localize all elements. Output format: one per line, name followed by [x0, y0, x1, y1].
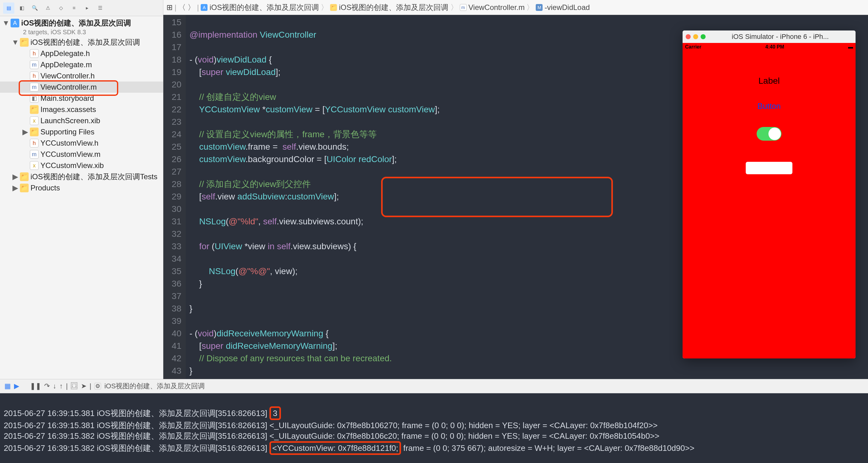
xcode-project-icon: A — [10, 19, 19, 27]
breakpoints-icon[interactable]: ▶ — [14, 382, 19, 390]
file-viewcontroller-h[interactable]: hViewController.h — [0, 70, 163, 82]
symbol-navigator-tab-icon[interactable]: ◧ — [16, 2, 27, 14]
file-label: AppDelegate.m — [40, 60, 92, 69]
jump-bar[interactable]: ⊞ | 〈 〉 | A iOS视图的创建、添加及层次回调 〉 📁 iOS视图的创… — [163, 0, 868, 15]
ui-switch[interactable] — [756, 127, 781, 141]
forward-icon[interactable]: 〉 — [188, 2, 195, 12]
file-tree[interactable]: ▼AiOS视图的创建、添加及层次回调 2 targets, iOS SDK 8.… — [0, 16, 163, 379]
debug-toolbar: ▦ ▶ ❚❚ ↷ ↓ ↑ | ⿴ ➤ | ⚙ iOS视图的创建、添加及层次回调 — [0, 379, 868, 393]
file-main-storyboard[interactable]: ◧Main.storyboard — [0, 93, 163, 104]
ui-label: Label — [758, 76, 780, 86]
chevron-down-icon[interactable]: ▼ — [12, 38, 18, 47]
console-line: 2015-06-27 16:39:15.381 iOS视图的创建、添加及层次回调… — [4, 421, 658, 430]
editor-area: ⊞ | 〈 〉 | A iOS视图的创建、添加及层次回调 〉 📁 iOS视图的创… — [163, 0, 868, 379]
folder-icon: 📁 — [20, 38, 29, 47]
impl-file-icon: m — [30, 150, 38, 159]
jumpbar-symbol[interactable]: -viewDidLoad — [545, 3, 590, 12]
group-root[interactable]: ▼📁iOS视图的创建、添加及层次回调 — [0, 37, 163, 48]
group-label: Supporting Files — [40, 128, 94, 136]
impl-file-icon: m — [30, 60, 38, 69]
storyboard-file-icon: ◧ — [30, 94, 38, 103]
method-icon: M — [536, 4, 542, 11]
file-viewcontroller-m[interactable]: mViewController.m — [0, 82, 163, 93]
file-yccustomview-xib[interactable]: xYCCustomView.xib — [0, 160, 163, 171]
file-label: YCCustomView.m — [40, 150, 100, 159]
jumpbar-group[interactable]: iOS视图的创建、添加及层次回调 — [339, 2, 448, 12]
chevron-right-icon[interactable]: ▶ — [12, 184, 18, 192]
xib-file-icon: x — [30, 116, 38, 125]
group-label: iOS视图的创建、添加及层次回调 — [30, 37, 140, 47]
issue-navigator-tab-icon[interactable]: ⚠ — [42, 2, 54, 14]
report-navigator-tab-icon[interactable]: ☰ — [95, 2, 106, 14]
chevron-right-icon[interactable]: ▶ — [22, 128, 28, 136]
chevron-down-icon[interactable]: ▼ — [3, 19, 9, 27]
file-yccustomview-m[interactable]: mYCCustomView.m — [0, 149, 163, 160]
simulator-titlebar[interactable]: iOS Simulator - iPhone 6 - iPh... — [683, 30, 856, 43]
header-file-icon: h — [30, 71, 38, 80]
file-label: ViewController.h — [40, 71, 95, 80]
file-yccustomview-h[interactable]: hYCCustomView.h — [0, 137, 163, 149]
file-label: Main.storyboard — [40, 94, 94, 103]
file-label: Images.xcassets — [40, 105, 96, 114]
header-file-icon: h — [30, 139, 38, 148]
xib-file-icon: x — [30, 161, 38, 170]
debug-console[interactable]: 2015-06-27 16:39:15.381 iOS视图的创建、添加及层次回调… — [0, 393, 868, 463]
folder-icon: 📁 — [330, 4, 337, 11]
window-zoom-icon[interactable] — [701, 34, 706, 39]
console-line: 2015-06-27 16:39:15.382 iOS视图的创建、添加及层次回调… — [4, 443, 270, 453]
file-launchscreen-xib[interactable]: xLaunchScreen.xib — [0, 115, 163, 126]
project-navigator-tab-icon[interactable]: ▤ — [3, 2, 14, 14]
header-file-icon: h — [30, 49, 38, 58]
debug-view-hierarchy-icon[interactable]: ⿴ — [71, 382, 78, 390]
process-icon: ⚙ — [94, 383, 101, 390]
project-root[interactable]: ▼AiOS视图的创建、添加及层次回调 — [0, 18, 163, 29]
simulator-screen[interactable]: Carrier 4:40 PM ▬ Label Button — [683, 43, 856, 359]
ui-button[interactable]: Button — [757, 101, 781, 111]
ios-simulator-window[interactable]: iOS Simulator - iPhone 6 - iPh... Carrie… — [683, 30, 856, 359]
file-label: YCCustomView.xib — [40, 161, 104, 170]
debug-target-label[interactable]: iOS视图的创建、添加及层次回调 — [104, 381, 205, 391]
impl-file-icon: m — [460, 4, 467, 11]
xcode-project-icon: A — [201, 4, 208, 11]
file-label: YCCustomView.h — [40, 139, 98, 148]
source-view[interactable]: @implementation ViewController - (void)v… — [186, 15, 443, 379]
folder-icon: 📁 — [20, 184, 29, 192]
status-bar: Carrier 4:40 PM ▬ — [683, 43, 856, 51]
file-appdelegate-h[interactable]: hAppDelegate.h — [0, 48, 163, 59]
back-icon[interactable]: 〈 — [178, 2, 186, 12]
related-items-icon[interactable]: ⊞ — [166, 3, 173, 12]
file-images-xcassets[interactable]: 📁Images.xcassets — [0, 104, 163, 115]
ui-textfield[interactable] — [746, 162, 793, 174]
console-line: 2015-06-27 16:39:15.382 iOS视图的创建、添加及层次回调… — [4, 431, 659, 441]
navigator-sidebar: ▤ ◧ 🔍 ⚠ ◇ ≡ ▸ ☰ ▼AiOS视图的创建、添加及层次回调 2 tar… — [0, 0, 163, 379]
simulate-location-icon[interactable]: ➤ — [81, 382, 87, 390]
find-navigator-tab-icon[interactable]: 🔍 — [29, 2, 40, 14]
battery-icon: ▬ — [848, 44, 853, 50]
window-minimize-icon[interactable] — [693, 34, 698, 39]
impl-file-icon: m — [30, 83, 38, 91]
group-supporting-files[interactable]: ▶📁Supporting Files — [0, 126, 163, 137]
chevron-right-icon[interactable]: ▶ — [12, 173, 18, 181]
jumpbar-file[interactable]: ViewController.m — [468, 3, 525, 12]
breakpoint-navigator-tab-icon[interactable]: ▸ — [82, 2, 93, 14]
file-label: ViewController.m — [40, 83, 97, 91]
group-label: iOS视图的创建、添加及层次回调Tests — [30, 172, 157, 182]
line-number-gutter[interactable]: 1516171819202122232425262728293031323334… — [163, 15, 186, 379]
jumpbar-project[interactable]: iOS视图的创建、添加及层次回调 — [209, 2, 319, 12]
file-appdelegate-m[interactable]: mAppDelegate.m — [0, 59, 163, 70]
step-out-icon[interactable]: ↑ — [59, 382, 63, 390]
window-close-icon[interactable] — [686, 34, 691, 39]
pause-icon[interactable]: ❚❚ — [30, 382, 41, 390]
debug-navigator-tab-icon[interactable]: ≡ — [68, 2, 80, 14]
test-navigator-tab-icon[interactable]: ◇ — [55, 2, 67, 14]
step-into-icon[interactable]: ↓ — [53, 382, 56, 390]
project-name: iOS视图的创建、添加及层次回调 — [21, 18, 131, 28]
step-over-icon[interactable]: ↷ — [44, 382, 50, 390]
file-label: AppDelegate.h — [40, 49, 90, 58]
group-tests[interactable]: ▶📁iOS视图的创建、添加及层次回调Tests — [0, 171, 163, 182]
group-products[interactable]: ▶📁Products — [0, 182, 163, 193]
console-value-highlight: 3 — [270, 406, 281, 420]
hide-debug-area-icon[interactable]: ▦ — [4, 382, 11, 390]
console-value-highlight: <YCCustomView: 0x7f8e88d121f0; — [270, 441, 401, 455]
navigator-toolbar: ▤ ◧ 🔍 ⚠ ◇ ≡ ▸ ☰ — [0, 0, 163, 16]
